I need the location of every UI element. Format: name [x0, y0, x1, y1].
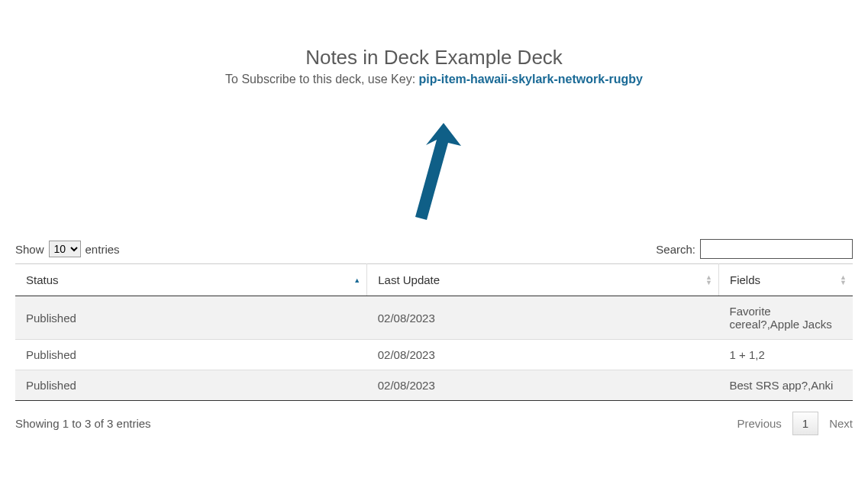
table-row[interactable]: Published 02/08/2023 Favorite cereal?,Ap…	[15, 296, 853, 340]
col-header-fields[interactable]: Fields ▲▼	[718, 264, 853, 296]
sort-icon: ▲▼	[840, 275, 847, 286]
notes-table: Status ▲ Last Update ▲▼ Fields ▲▼	[15, 263, 853, 401]
cell-fields: 1 + 1,2	[718, 340, 853, 370]
col-header-last-update-label: Last Update	[378, 273, 440, 286]
show-label-before: Show	[15, 243, 44, 256]
subscribe-line: To Subscribe to this deck, use Key: pip-…	[15, 73, 853, 86]
col-header-status-label: Status	[26, 273, 59, 286]
page-title: Notes in Deck Example Deck	[15, 46, 853, 69]
col-header-fields-label: Fields	[730, 273, 760, 286]
page-number-1[interactable]: 1	[792, 412, 818, 435]
cell-last-update: 02/08/2023	[367, 370, 719, 401]
search-label: Search:	[656, 243, 695, 256]
subscribe-prefix: To Subscribe to this deck, use Key:	[225, 73, 418, 86]
search-input[interactable]	[700, 239, 853, 259]
table-row[interactable]: Published 02/08/2023 Best SRS app?,Anki	[15, 370, 853, 401]
col-header-status[interactable]: Status ▲	[15, 264, 367, 296]
subscribe-key-link[interactable]: pip-item-hawaii-skylark-network-rugby	[419, 73, 643, 86]
table-row[interactable]: Published 02/08/2023 1 + 1,2	[15, 340, 853, 370]
sort-icon: ▲▼	[705, 275, 712, 286]
next-button[interactable]: Next	[829, 417, 853, 430]
entries-select[interactable]: 10	[49, 241, 81, 257]
cell-status: Published	[15, 296, 367, 340]
table-info: Showing 1 to 3 of 3 entries	[15, 417, 151, 430]
prev-button[interactable]: Previous	[737, 417, 781, 430]
cell-fields: Best SRS app?,Anki	[718, 370, 853, 401]
show-label-after: entries	[86, 243, 120, 256]
pagination: Previous 1 Next	[737, 412, 853, 435]
pointer-arrow	[15, 117, 853, 239]
cell-fields: Favorite cereal?,Apple Jacks	[718, 296, 853, 340]
col-header-last-update[interactable]: Last Update ▲▼	[367, 264, 719, 296]
cell-last-update: 02/08/2023	[367, 296, 719, 340]
cell-status: Published	[15, 340, 367, 370]
cell-last-update: 02/08/2023	[367, 340, 719, 370]
cell-status: Published	[15, 370, 367, 401]
svg-marker-0	[415, 123, 461, 220]
sort-icon: ▲	[353, 277, 360, 283]
